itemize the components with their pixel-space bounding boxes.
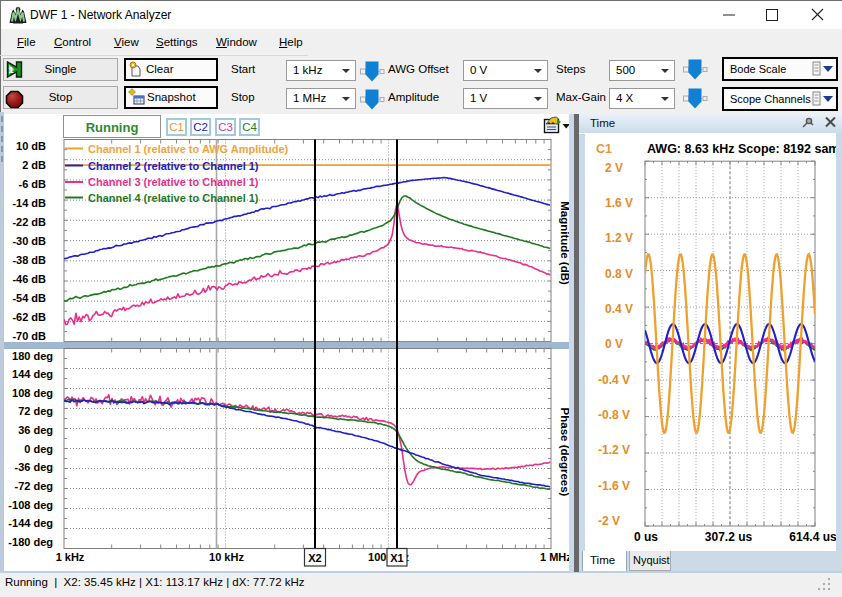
svg-text:180 deg: 180 deg [12,350,53,362]
svg-text:2 V: 2 V [605,161,623,175]
svg-text:36 deg: 36 deg [18,424,53,436]
svg-text:-46 dB: -46 dB [12,273,46,285]
svg-text:-0.4 V: -0.4 V [598,373,630,387]
svg-text:Channel 1 (relative to AWG Amp: Channel 1 (relative to AWG Amplitude) [88,143,289,155]
svg-text:-14 dB: -14 dB [12,197,46,209]
svg-text:-54 dB: -54 dB [12,292,46,304]
svg-text:-1.6 V: -1.6 V [598,479,630,493]
svg-text:-30 dB: -30 dB [12,235,46,247]
svg-text:-1.2 V: -1.2 V [598,443,630,457]
svg-text:-108 deg: -108 deg [8,499,53,511]
svg-text:C1: C1 [596,142,612,156]
svg-text:-62 dB: -62 dB [12,311,46,323]
svg-text:0 us: 0 us [634,530,658,544]
svg-text:10 dB: 10 dB [16,140,46,152]
svg-text:-22 dB: -22 dB [12,216,46,228]
svg-text:-180 deg: -180 deg [8,536,53,548]
svg-text:-38 dB: -38 dB [12,254,46,266]
svg-text:X2: X2 [308,552,321,564]
svg-text:Channel 2 (relative to Channel: Channel 2 (relative to Channel 1) [88,160,259,172]
svg-text:-0.8 V: -0.8 V [598,408,630,422]
svg-text:10 kHz: 10 kHz [209,551,244,563]
svg-text:1 kHz: 1 kHz [56,551,85,563]
svg-text:307.2 us: 307.2 us [705,530,753,544]
svg-text:1.6 V: 1.6 V [605,196,633,210]
svg-text:X1: X1 [390,552,403,564]
svg-text:144 deg: 144 deg [12,368,53,380]
svg-text:Channel 4 (relative to Channel: Channel 4 (relative to Channel 1) [88,192,259,204]
svg-text:1.2 V: 1.2 V [605,231,633,245]
svg-text:1 MHz: 1 MHz [540,551,572,563]
svg-text:72 deg: 72 deg [18,405,53,417]
svg-text:108 deg: 108 deg [12,387,53,399]
svg-text:-144 deg: -144 deg [8,517,53,529]
svg-text:-36 deg: -36 deg [14,461,53,473]
svg-text:-2 V: -2 V [598,514,620,528]
svg-text:0.8 V: 0.8 V [605,267,633,281]
svg-text:0.4 V: 0.4 V [605,302,633,316]
svg-text:2 dB: 2 dB [22,159,46,171]
svg-text:0 deg: 0 deg [24,443,53,455]
svg-text:-70 dB: -70 dB [12,330,46,342]
svg-text:Phase (degrees): Phase (degrees) [559,408,571,497]
svg-text:AWG: 8.63 kHz Scope: 8192 samp: AWG: 8.63 kHz Scope: 8192 samples [647,142,842,156]
svg-text:614.4 us: 614.4 us [789,530,837,544]
svg-text:0 V: 0 V [605,337,623,351]
svg-text:-6 dB: -6 dB [19,178,47,190]
svg-text:Channel 3 (relative to Channel: Channel 3 (relative to Channel 1) [88,176,259,188]
svg-text:-72 deg: -72 deg [14,480,53,492]
svg-text:Magnitude (dB): Magnitude (dB) [559,201,571,285]
